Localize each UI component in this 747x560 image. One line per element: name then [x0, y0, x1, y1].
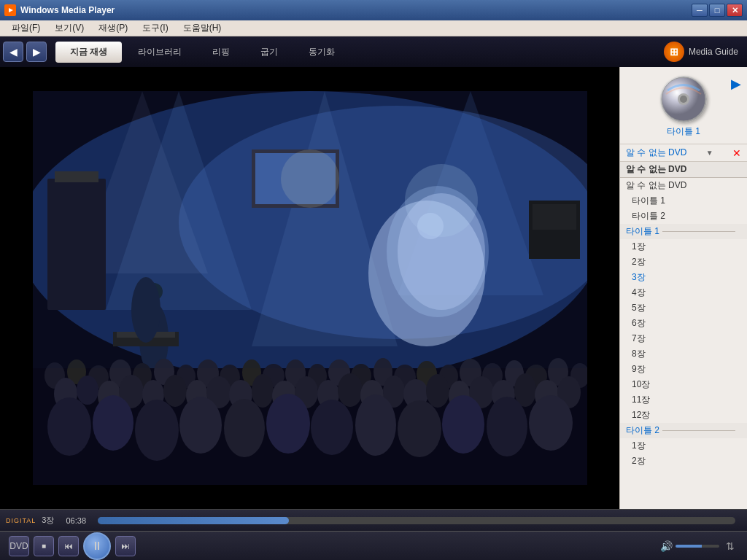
media-guide-label: Media Guide — [689, 47, 738, 57]
time-display: 06:38 — [66, 516, 86, 525]
prev-button[interactable]: ⏮ — [58, 536, 79, 556]
svg-point-91 — [387, 186, 489, 317]
tab-burn[interactable]: 굽기 — [246, 42, 293, 63]
media-guide-button[interactable]: ⊞ Media Guide — [658, 39, 744, 65]
chapter-1-10[interactable]: 10장 — [620, 377, 747, 392]
maximize-button[interactable]: □ — [709, 4, 725, 17]
chapter-1-7[interactable]: 7장 — [620, 331, 747, 346]
menu-tools[interactable]: 도구(I) — [136, 20, 174, 36]
menu-bar: 파일(F) 보기(V) 재생(P) 도구(I) 도움말(H) — [0, 20, 747, 36]
chapter-2-2[interactable]: 2장 — [620, 454, 747, 469]
main-content: ▶ 타이틀 1 알 수 없는 DVD ▼ ✕ 알 수 없는 DVD 알 수 없는… — [0, 67, 747, 509]
volume-icon: 🔊 — [660, 540, 673, 552]
svg-point-57 — [163, 375, 187, 407]
status-bar: DIGITAL 3장 06:38 — [0, 509, 747, 531]
section-title-2: 타이틀 2 — [620, 423, 747, 438]
dvd-disc-icon — [660, 76, 707, 122]
menu-file[interactable]: 파일(F) — [6, 20, 46, 36]
title-bar-left: Windows Media Player — [4, 4, 115, 16]
svg-point-87 — [529, 395, 573, 451]
equalizer-button[interactable]: ⇅ — [722, 538, 738, 554]
svg-point-93 — [678, 93, 689, 105]
dvd-label: DVD — [9, 541, 28, 551]
svg-point-85 — [442, 395, 484, 454]
chapter-1-12[interactable]: 12장 — [620, 408, 747, 423]
title-bar-controls: ─ □ ✕ — [692, 4, 743, 17]
nav-bar: ◀ ▶ 지금 재생 라이브러리 리핑 굽기 동기화 ⊞ Media Guide — [0, 36, 747, 67]
title-bar: Windows Media Player ─ □ ✕ — [0, 0, 747, 20]
dvd-dropdown-name[interactable]: 알 수 없는 DVD — [626, 147, 686, 159]
menu-play[interactable]: 재생(P) — [93, 20, 133, 36]
chapter-1-9[interactable]: 9장 — [620, 362, 747, 377]
svg-point-76 — [47, 397, 91, 456]
window-title: Windows Media Player — [20, 5, 115, 15]
play-pause-button[interactable]: ⏸ — [83, 532, 111, 560]
section-title-1: 타이틀 1 — [620, 224, 747, 239]
svg-point-80 — [224, 399, 265, 457]
svg-point-84 — [398, 400, 441, 457]
chapter-1-8[interactable]: 8장 — [620, 346, 747, 362]
tab-ripping[interactable]: 리핑 — [198, 42, 244, 63]
title-2-item[interactable]: 타이틀 2 — [620, 209, 747, 224]
svg-point-78 — [135, 400, 179, 461]
svg-rect-90 — [33, 91, 587, 368]
svg-point-86 — [487, 397, 527, 456]
dvd-dropdown-row: 알 수 없는 DVD ▼ ✕ — [620, 144, 747, 161]
chapter-1-5[interactable]: 5장 — [620, 300, 747, 316]
dvd-close-button[interactable]: ✕ — [732, 147, 741, 159]
controls-bar: DVD ■ ⏮ ⏸ ⏭ 🔊 ⇅ — [0, 531, 747, 560]
video-area — [0, 67, 619, 509]
svg-point-81 — [266, 394, 310, 454]
chapter-status: 3장 — [42, 515, 54, 526]
minimize-button[interactable]: ─ — [692, 4, 708, 17]
right-panel: ▶ 타이틀 1 알 수 없는 DVD ▼ ✕ 알 수 없는 DVD 알 수 없는… — [619, 67, 747, 509]
video-frame — [0, 67, 619, 509]
chapter-1-1[interactable]: 1장 — [620, 239, 747, 254]
svg-point-69 — [426, 374, 449, 408]
svg-point-61 — [252, 374, 274, 408]
svg-point-82 — [311, 400, 353, 455]
chapter-1-4[interactable]: 4장 — [620, 285, 747, 300]
dvd-mode-button[interactable]: DVD — [9, 536, 29, 556]
close-button[interactable]: ✕ — [727, 4, 743, 17]
svg-point-65 — [338, 373, 363, 407]
menu-help[interactable]: 도움말(H) — [177, 20, 228, 36]
app-icon — [4, 4, 16, 16]
back-button[interactable]: ◀ — [3, 42, 23, 62]
chapter-1-3[interactable]: 3장 — [620, 270, 747, 285]
dvd-header-section: 알 수 없는 DVD — [620, 161, 747, 178]
tab-sync[interactable]: 동기화 — [294, 42, 349, 63]
chapter-2-1[interactable]: 1장 — [620, 438, 747, 454]
panel-forward-icon[interactable]: ▶ — [731, 76, 741, 92]
forward-button[interactable]: ▶ — [26, 42, 47, 62]
volume-slider[interactable] — [676, 545, 719, 548]
chapter-1-6[interactable]: 6장 — [620, 316, 747, 331]
svg-point-83 — [355, 394, 396, 456]
svg-point-53 — [77, 376, 98, 405]
next-button[interactable]: ⏭ — [115, 536, 136, 556]
nav-tabs: 지금 재생 라이브러리 리핑 굽기 동기화 — [55, 42, 349, 63]
progress-bar[interactable] — [98, 517, 735, 524]
menu-view[interactable]: 보기(V) — [49, 20, 90, 36]
concert-video — [33, 91, 587, 485]
ms-logo-icon: ⊞ — [664, 42, 684, 62]
title-1-item[interactable]: 타이틀 1 — [620, 193, 747, 209]
dvd-title-item[interactable]: 알 수 없는 DVD — [620, 178, 747, 193]
chapter-1-2[interactable]: 2장 — [620, 254, 747, 270]
tab-now-playing[interactable]: 지금 재생 — [55, 42, 122, 63]
svg-point-77 — [93, 395, 133, 451]
volume-area: 🔊 ⇅ — [660, 538, 738, 554]
tab-library[interactable]: 라이브러리 — [123, 42, 196, 63]
disc-title-label: 타이틀 1 — [667, 125, 700, 138]
progress-fill — [98, 517, 289, 524]
digital-label: DIGITAL — [6, 517, 36, 524]
svg-point-94 — [681, 96, 686, 102]
chapter-1-11[interactable]: 11장 — [620, 392, 747, 408]
dvd-icon-area: ▶ 타이틀 1 — [620, 70, 747, 144]
svg-point-79 — [179, 397, 222, 454]
stop-button[interactable]: ■ — [34, 536, 54, 556]
